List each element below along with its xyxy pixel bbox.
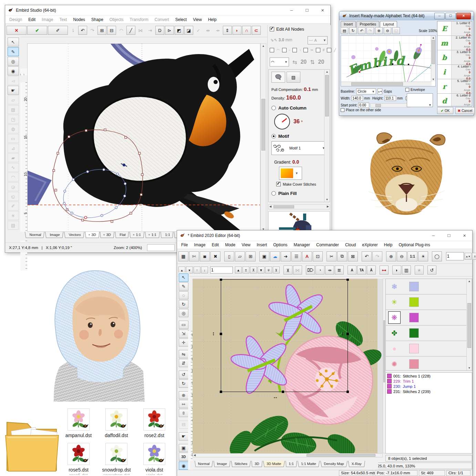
chevron-down-icon[interactable]: ▼ [293, 172, 300, 175]
menu-item[interactable]: Optional Plug-ins [395, 241, 433, 249]
satin-tool[interactable]: ▰ [8, 153, 19, 162]
editor-canvas[interactable]: ↕ ↕ ↔ [193, 279, 383, 453]
view-tab[interactable]: ● 1:1 [145, 232, 160, 238]
redo-button[interactable]: ↷ [88, 26, 97, 35]
hoop-button[interactable]: ◯ [432, 251, 442, 261]
three-d-tool[interactable]: 3D [179, 453, 188, 461]
menu-item[interactable]: View [238, 241, 253, 249]
menu-item[interactable]: Nodes [70, 16, 88, 23]
node-edit-tool[interactable]: ✎ [8, 47, 19, 56]
letter-row[interactable]: i 4. Letter i Gap 0 Angle 0.0 [437, 65, 472, 79]
ok-button[interactable]: ✔ OK [437, 107, 453, 114]
menu-item[interactable]: Manager [291, 241, 313, 249]
copy-button[interactable]: ⧉ [337, 251, 347, 261]
cancel-button[interactable]: ✖ Cancel [455, 107, 475, 114]
selection-rectangle[interactable]: ↕ ↕ ↔ [221, 279, 348, 392]
editor-titlebar[interactable]: * Embird 2020 Editor (64-bit) ─ ☐ ✕ [177, 230, 472, 241]
view-tab[interactable]: Image [45, 232, 63, 238]
move-node-button[interactable]: ⇸ [213, 26, 222, 35]
arc-segment-button[interactable]: ◠ [117, 26, 126, 35]
width-input[interactable] [351, 96, 363, 101]
design-file[interactable]: rose5.dst rose5.dst [61, 443, 96, 475]
radio-icon[interactable] [271, 106, 276, 110]
menu-item[interactable]: Image [39, 16, 56, 23]
gaps-spinner[interactable]: ▲▼ [377, 89, 382, 94]
pdf-button[interactable]: A [302, 251, 312, 261]
apply-button[interactable]: ✔ [27, 26, 47, 35]
color-list-scrollbar[interactable]: ▲ ▼ [466, 279, 472, 370]
view-tab[interactable]: Image [214, 461, 230, 467]
spin-down-button[interactable]: ▼ [258, 267, 265, 273]
stitch-object-row[interactable]: 229: Trim 1 [386, 379, 471, 384]
curve-shape-button[interactable]: ⊂ [252, 26, 261, 35]
text-transform-button[interactable]: TA [357, 266, 366, 275]
node-type-combo[interactable]: ▫–▫ A ▼ [308, 36, 328, 44]
view-tab[interactable]: 3D [251, 461, 262, 467]
flip-horizontal-tool[interactable]: ⇋ [179, 350, 188, 358]
rotate-right-tool[interactable]: ↻ [179, 380, 188, 388]
menu-item[interactable]: Cloud [342, 241, 359, 249]
favorites-button[interactable]: ★ [415, 266, 424, 275]
scroll-down-icon[interactable]: ▼ [431, 78, 435, 81]
stitch-object-row[interactable]: 230: Jump 1 [386, 384, 471, 389]
letter-row[interactable]: m 2. Letter m Gap 0 Angle 0.0 [437, 36, 472, 50]
scrollbar-thumb[interactable] [307, 454, 375, 457]
arc-shape-button[interactable]: ∩ [242, 26, 251, 35]
minimize-icon[interactable]: ─ [426, 230, 441, 241]
zigzag-tool[interactable]: ∿ [8, 163, 19, 172]
start-point-input[interactable] [358, 103, 369, 108]
studio-titlebar[interactable]: Embird Studio (64-bit) ─ ☐ ✕ [5, 5, 330, 16]
motif-combo[interactable]: Motif 1 ▼ [271, 141, 327, 155]
sew-simulator-tool[interactable]: ◉ [179, 462, 188, 470]
scrollbar-thumb[interactable] [432, 40, 435, 64]
view-tab[interactable]: ● 3D [100, 232, 114, 238]
move-tool[interactable]: ✛ [179, 339, 188, 347]
palette-wheel-button[interactable]: ◔ [315, 266, 324, 275]
knife-button[interactable]: ✐ [48, 26, 68, 35]
redo-button[interactable]: ↷ [372, 251, 382, 261]
leaf-shape-button[interactable]: ◗ [232, 26, 241, 35]
hole-tool[interactable]: ◳ [8, 115, 19, 124]
export-button[interactable]: ➔ [281, 251, 291, 261]
menu-item[interactable]: Transform [127, 16, 152, 23]
checkbox-icon[interactable] [276, 182, 281, 186]
zoom-in-button[interactable]: ⊕ [386, 251, 396, 261]
center-tool[interactable]: ⊕ [179, 391, 188, 400]
undo-button[interactable]: ↶ [78, 26, 87, 35]
close-icon[interactable]: ✕ [315, 5, 330, 15]
view-tab[interactable]: Vectors [64, 232, 84, 238]
menu-item[interactable]: Edit [209, 241, 222, 249]
scrollbar-thumb[interactable] [261, 99, 265, 151]
text-intl-button[interactable]: Ä [367, 266, 376, 275]
panel-horizontal-scrollbar[interactable]: ◀ ▶ [268, 204, 330, 209]
actual-size-button[interactable]: 1:1 [407, 251, 417, 261]
resize-handle-sw[interactable] [220, 391, 222, 393]
dialog-tab[interactable]: Properties [356, 21, 379, 27]
spin-top-button[interactable]: ⊼ [250, 267, 257, 273]
view-tab[interactable]: Flat [115, 232, 129, 238]
close-icon[interactable]: ✕ [457, 230, 472, 241]
break-apart-button[interactable]: ⋈ [136, 26, 145, 35]
spin-up-button[interactable]: ▲ [235, 267, 242, 273]
view-tab[interactable]: 1:1 [286, 461, 297, 467]
scroll-down-icon[interactable]: ▼ [324, 198, 330, 201]
cut-checkbox[interactable] [303, 48, 308, 52]
flip-segment-button[interactable]: ⇕ [223, 26, 232, 35]
scroll-up-icon[interactable]: ▲ [467, 280, 472, 283]
design-file[interactable]: snowdrop.dst snowdrop.dst [99, 443, 134, 475]
view-tab[interactable]: Density Map [320, 461, 348, 467]
menu-item[interactable]: View [190, 16, 205, 23]
baseline-combo[interactable]: Circle ▼ [356, 89, 376, 94]
resize-handle-se[interactable] [346, 391, 349, 393]
zoom-out-button[interactable]: ⊖ [397, 251, 407, 261]
check-nodes-button[interactable]: ✓ [194, 26, 203, 35]
pan-tool[interactable]: ☛ [8, 86, 19, 95]
dialog-canvas[interactable]: Embird ▲ ▼ [341, 35, 436, 86]
rotate-left-tool[interactable]: ↺ [179, 371, 188, 379]
step-button[interactable]: ⇂ [69, 26, 77, 35]
print-button[interactable]: ☰ [291, 251, 301, 261]
plain-fill-radio[interactable]: Plain Fill [271, 191, 297, 196]
reject-button[interactable]: ✕ [7, 26, 27, 35]
split-button[interactable]: ⋈ [293, 266, 302, 275]
menu-item[interactable]: Options [270, 241, 290, 249]
